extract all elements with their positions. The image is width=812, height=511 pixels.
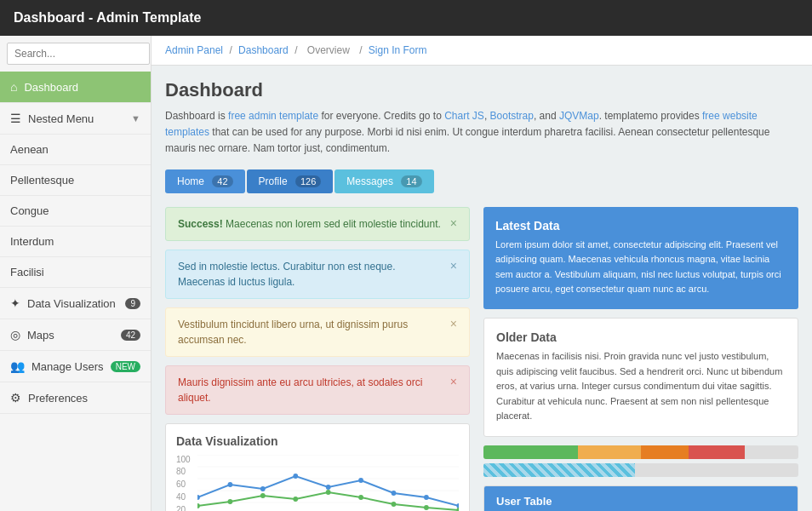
breadcrumb-overview: Overview	[307, 44, 350, 56]
alert-success: Success! Maecenas non lorem sed elit mol…	[165, 207, 470, 241]
main-content: Admin Panel / Dashboard / Overview / Sig…	[152, 36, 812, 511]
latest-data-card: Latest Data Lorem ipsum dolor sit amet, …	[483, 207, 798, 309]
sidebar-item-maps[interactable]: ◎ Maps 42	[0, 319, 151, 351]
sidebar-item-facilisi[interactable]: Facilisi	[0, 257, 151, 288]
sidebar-item-aenean[interactable]: Aenean	[0, 135, 151, 165]
two-column-layout: Success! Maecenas non lorem sed elit mol…	[165, 207, 798, 511]
jqvmap-link[interactable]: JQVMap	[559, 110, 599, 122]
svg-point-21	[391, 502, 396, 507]
breadcrumb-sep: /	[229, 44, 235, 56]
free-admin-template-link[interactable]: free admin template	[228, 110, 318, 122]
svg-point-8	[260, 486, 266, 491]
alert-danger-close[interactable]: ×	[450, 375, 457, 388]
manage-users-badge: NEW	[111, 361, 140, 372]
alert-warning: Vestibulum tincidunt libero urna, ut dig…	[165, 307, 470, 357]
progress-section	[483, 445, 798, 477]
pb-red-segment	[689, 445, 746, 459]
alert-danger-text: Mauris dignissim ante eu arcu ultricies,…	[178, 375, 443, 405]
sidebar-item-congue[interactable]: Congue	[0, 196, 151, 227]
tab-profile-button[interactable]: Profile 126	[247, 169, 334, 193]
y-label-80: 80	[176, 467, 191, 476]
chevron-down-icon: ▼	[131, 113, 140, 123]
y-label-20: 20	[176, 505, 191, 511]
tab-home-button[interactable]: Home 42	[165, 169, 245, 193]
page-description: Dashboard is free admin template for eve…	[165, 108, 798, 158]
breadcrumb: Admin Panel / Dashboard / Overview / Sig…	[152, 36, 812, 66]
sidebar-item-nested-menu[interactable]: ☰ Nested Menu ▼	[0, 103, 151, 135]
y-label-100: 100	[176, 455, 191, 464]
right-column: Latest Data Lorem ipsum dolor sit amet, …	[483, 207, 798, 511]
alert-danger: Mauris dignissim ante eu arcu ultricies,…	[165, 365, 470, 415]
alert-success-close[interactable]: ×	[450, 216, 457, 230]
search-input[interactable]	[7, 43, 150, 65]
menu-icon: ☰	[10, 112, 21, 125]
pb-orange-segment-1	[578, 445, 641, 459]
sidebar-item-dashboard[interactable]: ⌂ Dashboard	[0, 72, 151, 103]
alert-success-text: Success! Maecenas non lorem sed elit mol…	[178, 216, 443, 232]
sidebar: Go ⌂ Dashboard ☰ Nested Menu ▼ Aenean Pe…	[0, 36, 152, 511]
alert-info: Sed in molestie lectus. Curabitur non es…	[165, 250, 470, 299]
user-table-card: User Table # First Name Last Name Userna…	[483, 485, 798, 511]
chart-y-axis: 100 80 60 40 20	[176, 455, 194, 511]
map-icon: ◎	[10, 328, 20, 342]
sidebar-item-label: Facilisi	[10, 266, 140, 278]
breadcrumb-admin-panel[interactable]: Admin Panel	[165, 44, 223, 56]
sidebar-item-label: Dashboard	[24, 81, 140, 94]
sidebar-search-area: Go	[0, 36, 151, 72]
svg-point-7	[227, 482, 232, 487]
svg-point-15	[197, 503, 200, 508]
user-table-header: User Table	[484, 486, 798, 511]
chart-area	[197, 455, 459, 511]
breadcrumb-dashboard[interactable]: Dashboard	[238, 44, 289, 56]
home-count: 42	[212, 175, 232, 187]
y-label-40: 40	[176, 492, 191, 502]
pb-hatched-segment	[483, 463, 635, 477]
alert-info-close[interactable]: ×	[450, 259, 457, 273]
sidebar-item-preferences[interactable]: ⚙ Preferences	[0, 382, 151, 414]
page-title: Dashboard	[165, 79, 798, 101]
progress-bar-1	[483, 445, 798, 459]
progress-bar-2	[483, 463, 798, 477]
breadcrumb-sep: /	[359, 44, 365, 56]
svg-point-16	[227, 499, 232, 504]
svg-point-10	[325, 485, 330, 490]
top-bar: Dashboard - Admin Template	[0, 0, 812, 36]
sidebar-item-label: Interdum	[10, 235, 140, 248]
data-viz-card: Data Visualization 100 80 60 40 20	[165, 423, 470, 511]
profile-count: 126	[295, 175, 321, 187]
latest-data-title: Latest Data	[495, 219, 786, 233]
sidebar-item-label: Maps	[27, 329, 121, 342]
older-data-title: Older Data	[496, 330, 786, 344]
users-icon: 👥	[10, 359, 25, 373]
bootstrap-link[interactable]: Bootstrap	[490, 110, 534, 122]
breadcrumb-sep: /	[294, 44, 300, 56]
sidebar-item-label: Manage Users	[31, 360, 111, 373]
messages-count: 14	[401, 175, 421, 187]
svg-point-23	[456, 508, 459, 511]
sidebar-item-manage-users[interactable]: 👥 Manage Users NEW	[0, 351, 151, 382]
svg-point-17	[260, 493, 266, 498]
sidebar-item-interdum[interactable]: Interdum	[0, 227, 151, 257]
breadcrumb-sign-in[interactable]: Sign In Form	[369, 44, 427, 56]
svg-point-13	[424, 495, 429, 500]
app-title: Dashboard - Admin Template	[14, 10, 201, 25]
svg-point-12	[391, 491, 396, 496]
latest-data-text: Lorem ipsum dolor sit amet, consectetur …	[495, 238, 786, 297]
alert-warning-text: Vestibulum tincidunt libero urna, ut dig…	[178, 317, 443, 347]
gear-icon: ⚙	[10, 391, 21, 405]
sidebar-item-pellentesque[interactable]: Pellentesque	[0, 165, 151, 196]
chart-svg	[197, 455, 459, 511]
left-column: Success! Maecenas non lorem sed elit mol…	[165, 207, 470, 511]
data-viz-badge: 9	[125, 298, 140, 309]
tab-messages-button[interactable]: Messages 14	[335, 169, 433, 193]
home-icon: ⌂	[10, 80, 17, 94]
alert-warning-close[interactable]: ×	[450, 317, 457, 330]
chartjs-link[interactable]: Chart JS	[444, 110, 484, 122]
older-data-text: Maecenas in facilisis nisi. Proin gravid…	[496, 349, 786, 424]
maps-badge: 42	[121, 330, 140, 341]
chart-icon: ✦	[10, 296, 20, 310]
tab-buttons: Home 42 Profile 126 Messages 14	[165, 169, 798, 193]
svg-point-11	[358, 478, 363, 483]
y-label-60: 60	[176, 479, 191, 489]
sidebar-item-data-visualization[interactable]: ✦ Data Visualization 9	[0, 288, 151, 319]
